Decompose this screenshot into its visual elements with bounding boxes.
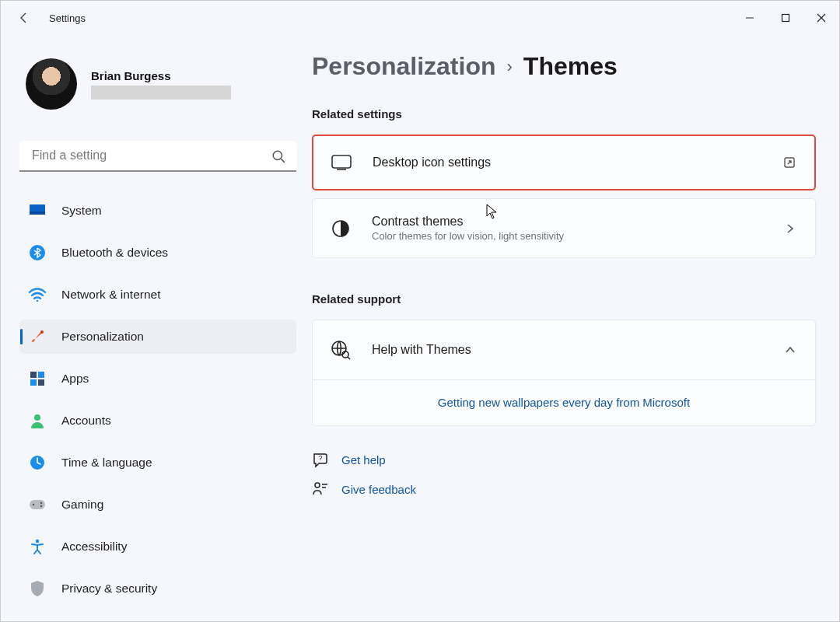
svg-point-17: [40, 502, 42, 504]
chevron-right-icon: ›: [507, 57, 513, 77]
globe-search-icon: [330, 339, 352, 361]
card-title: Desktop icon settings: [373, 156, 782, 169]
svg-point-19: [36, 540, 39, 543]
monitor-icon: [331, 152, 352, 173]
accessibility-icon: [29, 538, 46, 555]
chevron-up-icon: [782, 342, 798, 358]
nav-label: Network & internet: [61, 288, 161, 302]
back-button[interactable]: [16, 10, 32, 26]
svg-line-26: [348, 357, 350, 359]
nav-accessibility[interactable]: Accessibility: [19, 529, 296, 564]
search-input[interactable]: [19, 141, 296, 172]
svg-rect-12: [38, 379, 44, 386]
maximize-button[interactable]: [768, 1, 803, 35]
time-icon: [29, 454, 46, 471]
card-subtitle: Color themes for low vision, light sensi…: [372, 230, 782, 242]
contrast-icon: [330, 218, 352, 239]
nav-time-language[interactable]: Time & language: [19, 446, 296, 480]
wifi-icon: [29, 286, 46, 303]
breadcrumb-current: Themes: [523, 52, 618, 81]
get-help-link[interactable]: Get help: [341, 453, 386, 466]
profile-name: Brian Burgess: [91, 69, 231, 82]
related-support-heading: Related support: [312, 292, 816, 306]
nav-privacy[interactable]: Privacy & security: [19, 571, 296, 606]
help-with-themes-card: Help with Themes Getting new wallpapers …: [312, 320, 816, 426]
svg-text:?: ?: [318, 454, 322, 462]
profile-email-redacted: [91, 86, 231, 100]
chat-help-icon: ?: [312, 451, 329, 468]
paintbrush-icon: [29, 328, 46, 345]
card-title: Contrast themes: [372, 215, 782, 229]
svg-rect-1: [782, 15, 789, 22]
feedback-row: Give feedback: [312, 474, 816, 504]
give-feedback-link[interactable]: Give feedback: [341, 483, 416, 496]
gaming-icon: [29, 496, 46, 513]
nav-label: Accessibility: [61, 540, 127, 554]
svg-point-28: [315, 483, 320, 487]
close-button[interactable]: [803, 1, 839, 35]
svg-point-8: [40, 330, 44, 334]
window-controls: [732, 1, 839, 35]
svg-rect-15: [30, 500, 45, 509]
search-icon: [271, 149, 285, 163]
help-links: ? Get help Give feedback: [312, 445, 816, 504]
person-icon: [29, 412, 46, 429]
svg-rect-9: [30, 372, 37, 378]
nav-system[interactable]: System: [19, 194, 296, 228]
titlebar: Settings: [1, 1, 839, 35]
nav-label: Personalization: [61, 330, 144, 344]
related-settings-heading: Related settings: [312, 107, 816, 121]
help-with-themes-toggle[interactable]: Help with Themes: [313, 320, 815, 379]
svg-rect-10: [38, 372, 44, 378]
bluetooth-icon: [29, 244, 46, 261]
nav-label: Apps: [61, 372, 89, 386]
chevron-right-icon: [782, 221, 798, 236]
svg-point-16: [33, 504, 34, 505]
nav-list: System Bluetooth & devices Network & int…: [19, 194, 296, 606]
apps-icon: [29, 370, 46, 387]
sidebar: Brian Burgess System Bluetooth & devices…: [1, 35, 312, 621]
nav-accounts[interactable]: Accounts: [19, 404, 296, 438]
feedback-icon: [312, 480, 329, 498]
svg-point-2: [273, 151, 282, 159]
wallpapers-link[interactable]: Getting new wallpapers every day from Mi…: [438, 396, 690, 409]
open-external-icon: [782, 155, 797, 170]
app-title: Settings: [49, 12, 86, 24]
nav-network[interactable]: Network & internet: [19, 278, 296, 312]
minimize-button[interactable]: [732, 1, 768, 35]
nav-label: Time & language: [61, 456, 152, 470]
svg-rect-5: [30, 211, 45, 215]
nav-label: Privacy & security: [61, 582, 157, 596]
avatar: [26, 58, 77, 110]
desktop-icon-settings-card[interactable]: Desktop icon settings: [312, 135, 816, 190]
get-help-row: ? Get help: [312, 445, 816, 474]
nav-label: Bluetooth & devices: [61, 246, 168, 260]
svg-point-18: [40, 505, 42, 507]
svg-point-7: [37, 300, 38, 302]
nav-apps[interactable]: Apps: [19, 362, 296, 396]
support-link-row: Getting new wallpapers every day from Mi…: [313, 379, 815, 425]
nav-bluetooth[interactable]: Bluetooth & devices: [19, 236, 296, 270]
card-title: Help with Themes: [372, 343, 782, 357]
svg-line-3: [281, 159, 285, 162]
nav-label: Gaming: [61, 498, 103, 512]
svg-point-13: [34, 414, 40, 421]
nav-label: System: [61, 204, 102, 218]
breadcrumb-parent[interactable]: Personalization: [312, 52, 496, 81]
profile-block[interactable]: Brian Burgess: [19, 58, 296, 110]
contrast-themes-card[interactable]: Contrast themes Color themes for low vis…: [312, 198, 816, 258]
nav-gaming[interactable]: Gaming: [19, 487, 296, 522]
system-icon: [29, 202, 46, 219]
nav-personalization[interactable]: Personalization: [19, 320, 296, 354]
main-content: Personalization › Themes Related setting…: [312, 35, 839, 621]
search-wrap: [19, 141, 296, 172]
svg-rect-20: [332, 156, 351, 168]
svg-rect-11: [30, 379, 37, 386]
breadcrumb: Personalization › Themes: [312, 52, 816, 81]
nav-label: Accounts: [61, 414, 111, 428]
shield-icon: [29, 580, 46, 597]
